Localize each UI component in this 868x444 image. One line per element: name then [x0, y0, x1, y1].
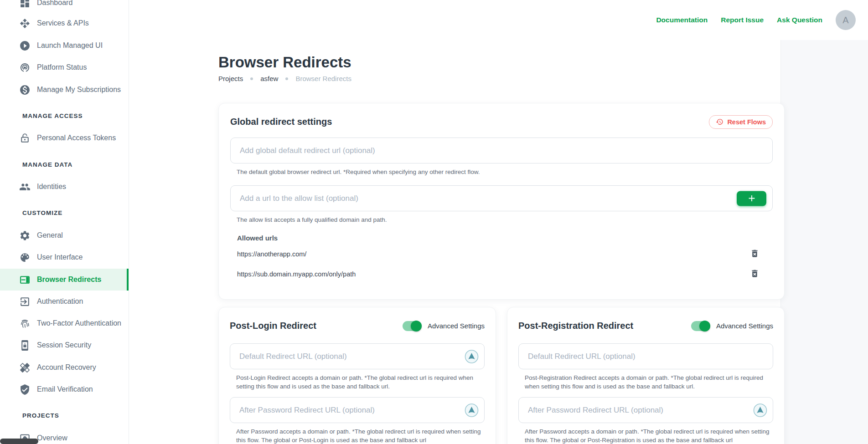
mountain-icon[interactable]	[753, 403, 767, 417]
add-allow-url-button[interactable]	[737, 191, 766, 206]
advanced-settings-label: Advanced Settings	[716, 322, 773, 330]
sidebar-item-personal-access-tokens[interactable]: Personal Access Tokens	[0, 127, 129, 149]
dollar-circle-icon	[19, 84, 31, 96]
sidebar-item-two-factor-authentication[interactable]: Two-Factor Authentication	[0, 312, 129, 334]
documentation-link[interactable]: Documentation	[656, 16, 708, 24]
restore-icon	[716, 118, 723, 126]
allowed-url-row: https://anotherapp.com/	[237, 247, 773, 261]
sidebar-item-launch-managed-ui[interactable]: Launch Managed UI	[0, 35, 129, 56]
sidebar-item-platform-status[interactable]: Platform Status	[0, 56, 129, 78]
top-bar: Documentation Report Issue Ask Question …	[129, 0, 868, 40]
sidebar-item-label: Dashboard	[37, 0, 72, 7]
gear-icon	[19, 230, 31, 241]
services-arrows-icon	[19, 18, 31, 29]
sidebar-item-label: Browser Redirects	[37, 276, 101, 284]
sidebar-item-label: Authentication	[37, 297, 83, 306]
sidebar-item-label: Session Security	[37, 341, 91, 349]
post-login-card-title: Post-Login Redirect	[230, 321, 403, 331]
delete-url-button[interactable]	[749, 249, 760, 260]
shield-check-icon	[19, 384, 31, 395]
global-redirect-settings-card: Global redirect settings Reset Flows The…	[218, 103, 785, 300]
right-gutter	[780, 40, 868, 444]
people-icon	[19, 181, 31, 193]
post-registration-default-input[interactable]	[518, 343, 773, 369]
healing-icon	[19, 362, 31, 373]
breadcrumb: Projects asfew Browser Redirects	[218, 75, 351, 82]
sidebar-item-label: Two-Factor Authentication	[37, 319, 121, 327]
reset-flows-label: Reset Flows	[727, 118, 766, 126]
advanced-settings-label: Advanced Settings	[428, 322, 485, 330]
sidebar-item-manage-my-subscriptions[interactable]: Manage My Subscriptions	[0, 79, 129, 101]
breadcrumb-projects[interactable]: Projects	[218, 75, 243, 82]
mountain-icon[interactable]	[465, 349, 479, 363]
breadcrumb-project-name[interactable]: asfew	[260, 75, 278, 82]
main-content: Browser Redirects Projects asfew Browser…	[129, 0, 780, 444]
post-registration-advanced-toggle[interactable]	[691, 321, 710, 331]
sidebar-item-authentication[interactable]: Authentication	[0, 291, 129, 312]
sidebar-item-label: Platform Status	[37, 63, 87, 71]
play-circle-icon	[19, 40, 31, 51]
report-issue-link[interactable]: Report Issue	[721, 16, 764, 24]
sidebar-item-session-security[interactable]: Session Security	[0, 334, 129, 356]
sidebar-item-dashboard[interactable]: Dashboard	[0, 0, 129, 14]
sidebar-section-manage-access: MANAGE ACCESS	[0, 111, 129, 120]
sidebar-item-browser-redirects[interactable]: Browser Redirects	[0, 269, 129, 291]
plus-icon	[747, 194, 757, 204]
sidebar-section-projects: PROJECTS	[0, 411, 129, 420]
dashboard-icon	[19, 0, 31, 9]
sidebar-item-services-apis[interactable]: Services & APIs	[0, 12, 129, 34]
sidebar-item-label: Services & APIs	[37, 19, 89, 27]
sidebar-item-label: Overview	[37, 434, 67, 442]
sidebar-item-label: Personal Access Tokens	[37, 134, 116, 142]
sidebar-item-general[interactable]: General	[0, 225, 129, 246]
breadcrumb-current: Browser Redirects	[295, 75, 351, 82]
post-registration-after-password-input[interactable]	[518, 397, 773, 423]
avatar[interactable]: A	[836, 10, 856, 30]
sidebar-item-email-verification[interactable]: Email Verification	[0, 378, 129, 400]
sidebar-item-label: Manage My Subscriptions	[37, 86, 121, 94]
sidebar-item-label: User Interface	[37, 253, 83, 261]
page-title: Browser Redirects	[218, 54, 351, 71]
allow-list-input[interactable]	[230, 185, 773, 211]
toggle-knob	[411, 321, 422, 332]
app-root: DashboardServices & APIsLaunch Managed U…	[0, 0, 868, 444]
phone-lock-icon	[19, 340, 31, 351]
sidebar-item-identities[interactable]: Identities	[0, 176, 129, 198]
global-card-title: Global redirect settings	[230, 117, 332, 127]
sidebar-item-label: Identities	[37, 183, 66, 191]
allowed-url-text: https://sub.domain.myapp.com/only/path	[237, 270, 356, 278]
trash-icon	[750, 273, 760, 280]
post-login-default-input[interactable]	[230, 343, 485, 369]
post-registration-default-helper: Post-Registration Redirect accepts a dom…	[525, 373, 773, 391]
ask-question-link[interactable]: Ask Question	[777, 16, 822, 24]
sidebar-item-account-recovery[interactable]: Account Recovery	[0, 357, 129, 378]
sidebar-section-customize: CUSTOMIZE	[0, 208, 129, 217]
sidebar: DashboardServices & APIsLaunch Managed U…	[0, 0, 129, 444]
mountain-icon[interactable]	[465, 403, 479, 417]
allowed-urls-section: Allowed urls https://anotherapp.com/http…	[237, 234, 773, 281]
login-arrow-icon	[19, 296, 31, 307]
delete-url-button[interactable]	[749, 269, 760, 280]
sidebar-item-label: Account Recovery	[37, 363, 96, 372]
global-default-helper: The default global browser redirect url.…	[237, 168, 773, 176]
post-login-advanced-toggle[interactable]	[403, 321, 422, 331]
reset-flows-button[interactable]: Reset Flows	[709, 115, 773, 129]
allow-list-helper: The allow list accepts a fully qualified…	[237, 215, 773, 224]
toggle-knob	[699, 321, 710, 332]
post-registration-card-title: Post-Registration Redirect	[518, 321, 691, 331]
sidebar-item-user-interface[interactable]: User Interface	[0, 246, 129, 268]
allowed-url-text: https://anotherapp.com/	[237, 250, 306, 258]
allowed-urls-heading: Allowed urls	[237, 234, 773, 242]
post-login-default-helper: Post-Login Redirect accepts a domain or …	[236, 373, 485, 391]
sidebar-item-label: Launch Managed UI	[37, 41, 103, 50]
post-login-after-password-input[interactable]	[230, 397, 485, 423]
palette-icon	[19, 252, 31, 263]
trash-icon	[750, 253, 760, 260]
lock-icon	[19, 133, 31, 144]
breadcrumb-separator-icon	[285, 77, 288, 80]
global-default-redirect-input[interactable]	[230, 138, 773, 163]
horizontal-scrollbar-thumb[interactable]	[0, 439, 38, 444]
post-registration-redirect-card: Post-Registration RedirectAdvanced Setti…	[507, 307, 785, 444]
browser-window-icon	[19, 274, 31, 286]
sidebar-section-manage-data: MANAGE DATA	[0, 160, 129, 169]
